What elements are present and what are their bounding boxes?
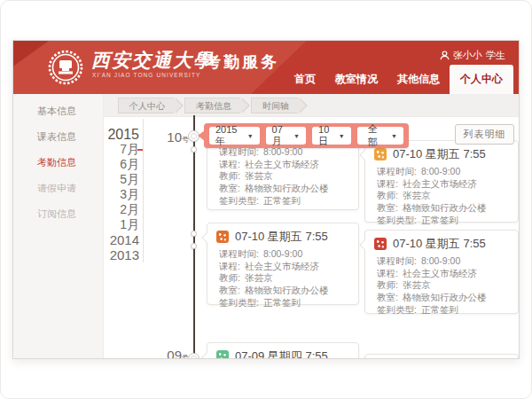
caret-down-icon: ▼ [339, 133, 345, 139]
attendance-card: 07-10 星期五 7:55 课程时间:8:00-9:00 课程:社会主义市场经… [364, 230, 519, 314]
scale-year-2013[interactable]: 2013 [65, 247, 139, 262]
attendance-card: 07-10 星期五 7:55 课程时间:8:00-9:00 课程:社会主义市场经… [364, 140, 519, 223]
attendance-card: 07-09 星期四 7:55 [207, 342, 359, 359]
month-select[interactable]: 07月 ▼ [266, 127, 306, 145]
scale-separator-line [143, 119, 144, 262]
scale-year-2014[interactable]: 2014 [65, 232, 139, 247]
user-role: 学生 [486, 49, 505, 62]
card-date-title: 07-10 星期五 7:55 [235, 229, 328, 245]
card-date-title: 07-09 星期四 7:55 [235, 348, 328, 359]
attendance-card: 07-10 星期五 7:55 课程时间:8:00-9:00 课程:社会主义市场经… [207, 223, 359, 305]
user-icon [440, 51, 450, 60]
scale-month-jun[interactable]: 6月 [65, 157, 139, 172]
day-select[interactable]: 10日 ▼ [312, 127, 351, 145]
timeline-node[interactable] [191, 146, 197, 153]
scale-month-jan[interactable]: 1月 [65, 217, 139, 232]
day-marker-09[interactable]: 09号 [157, 348, 189, 359]
timeline-node-day09[interactable] [188, 353, 200, 359]
breadcrumb-personal-center[interactable]: 个人中心 [118, 98, 174, 113]
scale-month-jul[interactable]: 7月 [65, 142, 139, 157]
list-detail-button[interactable]: 列表明细 [455, 124, 514, 145]
app-header: 西安交通大學 XI'AN JIAO TONG UNIVERSITY 考勤服务 张… [13, 41, 519, 94]
app-title: 考勤服务 [205, 51, 279, 73]
nav-other-info[interactable]: 其他信息 [387, 66, 450, 94]
university-logo [47, 49, 84, 86]
user-name: 张小小 [453, 49, 482, 62]
scale-year-2015[interactable]: 2015 [65, 127, 139, 142]
card-date-title: 07-10 星期五 7:55 [393, 236, 486, 252]
type-select[interactable]: 全部 ▼ [357, 127, 403, 145]
day-marker-10[interactable]: 10号 [157, 129, 189, 145]
breadcrumb-timeline[interactable]: 时间轴 [251, 98, 298, 113]
nav-personal-center[interactable]: 个人中心 [450, 65, 513, 94]
signin-type-icon [216, 350, 229, 359]
university-name-cn: 西安交通大學 [91, 48, 214, 73]
signin-type-icon [374, 238, 387, 250]
scale-month-may[interactable]: 5月 [65, 172, 139, 187]
caret-down-icon: ▼ [247, 133, 254, 139]
filter-bar: 2015年 ▼ 07月 ▼ 10日 ▼ 全部 ▼ [204, 123, 409, 148]
year-select[interactable]: 2015年 ▼ [209, 127, 260, 145]
main-nav: 首页 教室情况 其他信息 个人中心 [285, 65, 513, 94]
attendance-card [364, 354, 519, 359]
caret-down-icon: ▼ [391, 133, 397, 139]
timeline-node[interactable] [191, 243, 197, 249]
user-account[interactable]: 张小小 学生 [440, 49, 505, 62]
card-date-title: 07-10 星期五 7:55 [393, 146, 486, 162]
signin-type-icon [374, 148, 387, 160]
university-name-en: XI'AN JIAO TONG UNIVERSITY [92, 72, 200, 78]
scale-month-mar[interactable]: 3月 [65, 187, 139, 202]
app-window: 西安交通大學 XI'AN JIAO TONG UNIVERSITY 考勤服务 张… [12, 40, 520, 359]
signin-type-icon [216, 231, 229, 243]
breadcrumb-attendance-info[interactable]: 考勤信息 [184, 98, 240, 113]
nav-home[interactable]: 首页 [285, 66, 325, 94]
timeline-scale: 2015 7月 6月 5月 3月 2月 1月 2014 2013 [65, 127, 139, 262]
sidebar-item-basic-info[interactable]: 基本信息 [13, 102, 103, 120]
caret-down-icon: ▼ [293, 133, 300, 139]
breadcrumb: 个人中心 考勤信息 时间轴 [104, 94, 519, 117]
nav-classrooms[interactable]: 教室情况 [325, 66, 387, 94]
scale-month-feb[interactable]: 2月 [65, 202, 139, 217]
timeline-node[interactable] [191, 231, 197, 237]
